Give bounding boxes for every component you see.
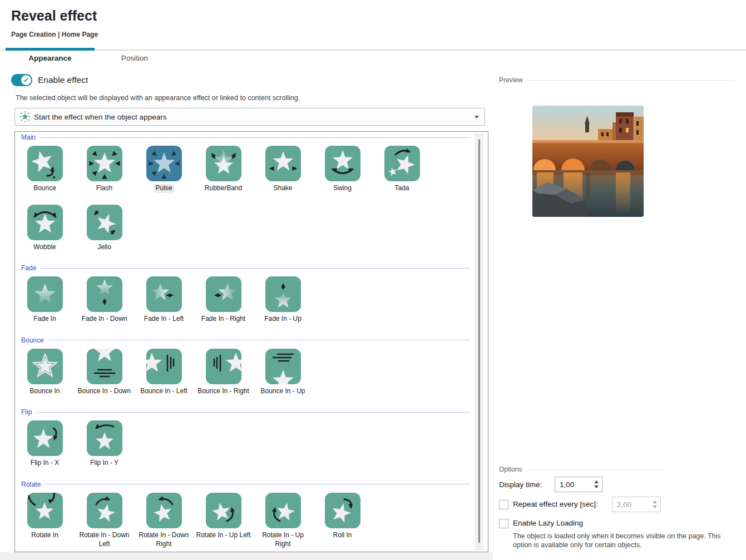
display-time-spinner[interactable]: 1,00 <box>555 477 602 492</box>
display-time-value: 1,00 <box>555 480 591 489</box>
lazy-loading-label: Enable Lazy Loading <box>513 519 583 527</box>
repeat-effect-checkbox[interactable] <box>499 500 508 509</box>
effect-trigger-value: Start the effect when the object appears <box>34 113 475 121</box>
intro-text: The selected object will be displayed wi… <box>16 94 300 102</box>
spinner-arrows-icon[interactable] <box>591 480 602 488</box>
effect-fade-in-up[interactable]: Fade In - Up <box>253 275 313 324</box>
effect-label: Fade In - Up <box>263 315 303 324</box>
fade-in-left-effect-icon <box>146 276 182 312</box>
effect-label: Fade In - Down <box>80 315 129 324</box>
group-items: Fade InFade In - DownFade In - LeftFade … <box>15 275 443 334</box>
preview-section-line <box>526 80 735 81</box>
rotate-in-up-left-effect-icon <box>206 493 241 528</box>
effect-label: Fade In <box>32 315 58 324</box>
display-time-label: Display time: <box>499 480 542 489</box>
effects-list-panel: MainBounceFlashPulseRubberBandShakeSwing… <box>14 131 488 552</box>
effect-pulse[interactable]: Pulse <box>134 144 194 193</box>
effect-bounce-in-up[interactable]: Bounce In - Up <box>253 347 313 396</box>
effect-group-main: MainBounceFlashPulseRubberBandShakeSwing… <box>15 133 488 261</box>
repeat-effect-label: Repeat effect every [sec]: <box>513 500 598 508</box>
flip-in-x-effect-icon <box>27 420 63 456</box>
effect-group-flip: FlipFlip In - XFlip In - Y <box>15 408 488 478</box>
effect-flash[interactable]: Flash <box>75 144 134 193</box>
active-tab-indicator <box>6 48 95 51</box>
effect-label: Bounce In <box>28 387 61 396</box>
bounce-in-left-effect-icon <box>146 349 182 384</box>
group-name: Flip <box>21 408 32 416</box>
enable-effect-toggle[interactable]: ✓ <box>11 74 32 86</box>
dialog-bottom-strip <box>0 552 493 560</box>
effect-bounce[interactable]: Bounce <box>15 144 75 193</box>
effect-fade-in-right[interactable]: Fade In - Right <box>194 275 253 324</box>
options-section-line <box>527 469 665 470</box>
reveal-effect-dialog: Reveal effect Page Creation | Home Page … <box>0 0 746 560</box>
lazy-loading-checkbox[interactable] <box>499 519 508 528</box>
effect-label: Rotate In - Up Left <box>194 531 252 540</box>
scrollbar-thumb[interactable] <box>478 140 480 543</box>
bounce-in-up-effect-icon <box>265 349 301 384</box>
effect-rotate-in-up-right[interactable]: Rotate In - Up Right <box>253 491 313 548</box>
group-header: Main <box>21 133 470 142</box>
group-name: Rotate <box>21 480 41 488</box>
options-section-label: Options <box>499 465 522 473</box>
page-title: Reveal effect <box>11 8 97 24</box>
group-items: Flip In - XFlip In - Y <box>15 419 443 478</box>
effect-rubberband[interactable]: RubberBand <box>194 144 253 193</box>
effect-label: Flash <box>95 184 114 193</box>
effect-wobble[interactable]: Wobble <box>15 203 75 252</box>
effect-rotate-in-down-right[interactable]: Rotate In - Down Right <box>134 491 194 548</box>
effect-bounce-in-down[interactable]: Bounce In - Down <box>75 347 134 396</box>
group-divider-line <box>40 268 470 269</box>
effect-label: Tada <box>393 184 411 193</box>
tab-position[interactable]: Position <box>121 54 148 62</box>
effect-label: Rotate In - Down Left <box>75 531 134 548</box>
effect-label: Bounce In - Right <box>196 387 251 396</box>
effect-fade-in[interactable]: Fade In <box>15 275 75 324</box>
wobble-effect-icon <box>27 205 63 240</box>
effect-label: Rotate In - Down Right <box>134 531 194 548</box>
rotate-in-down-left-effect-icon <box>87 493 122 528</box>
effect-bounce-in-right[interactable]: Bounce In - Right <box>194 347 253 396</box>
vertical-scrollbar[interactable] <box>475 133 483 551</box>
spinner-arrows-icon <box>649 500 660 508</box>
effect-label: Flip In - Y <box>88 459 120 468</box>
group-divider-line <box>36 412 470 413</box>
effect-label: RubberBand <box>203 184 244 193</box>
effect-roll-in[interactable]: Roll In <box>313 491 372 548</box>
effect-swing[interactable]: Swing <box>313 144 372 193</box>
effect-rotate-in-up-left[interactable]: Rotate In - Up Left <box>194 491 253 548</box>
tab-appearance[interactable]: Appearance <box>6 54 95 62</box>
effect-bounce-in[interactable]: Bounce In <box>15 347 75 396</box>
effect-tada[interactable]: Tada <box>372 144 432 193</box>
enable-effect-label: Enable effect <box>38 75 88 85</box>
effect-label: Bounce <box>32 184 58 193</box>
effect-groups: MainBounceFlashPulseRubberBandShakeSwing… <box>15 133 488 552</box>
effect-flip-in-x[interactable]: Flip In - X <box>15 419 75 468</box>
flash-effect-icon <box>87 146 122 181</box>
group-name: Main <box>21 133 36 141</box>
effect-fade-in-down[interactable]: Fade In - Down <box>75 275 134 324</box>
effect-fade-in-left[interactable]: Fade In - Left <box>134 275 194 324</box>
effect-start-star-icon <box>19 111 31 123</box>
tabbar-divider <box>0 49 746 51</box>
roll-in-effect-icon <box>325 493 360 528</box>
effect-label: Shake <box>271 184 294 193</box>
effect-label: Rotate In <box>29 531 60 540</box>
effect-rotate-in-down-left[interactable]: Rotate In - Down Left <box>75 491 134 548</box>
fade-in-effect-icon <box>27 276 63 312</box>
effect-bounce-in-left[interactable]: Bounce In - Left <box>134 347 194 396</box>
effect-label: Bounce In - Up <box>259 387 307 396</box>
effect-trigger-dropdown[interactable]: Start the effect when the object appears <box>14 108 485 126</box>
effect-label: Wobble <box>32 243 57 252</box>
effect-group-fade: FadeFade InFade In - DownFade In - LeftF… <box>15 264 488 334</box>
effect-shake[interactable]: Shake <box>253 144 313 193</box>
effect-group-bounce: BounceBounce InBounce In - DownBounce In… <box>15 336 488 406</box>
fade-in-down-effect-icon <box>87 276 122 312</box>
tabbar: AppearancePosition <box>6 54 148 62</box>
rotate-in-up-right-effect-icon <box>265 493 301 528</box>
group-divider-line <box>48 340 470 340</box>
effect-flip-in-y[interactable]: Flip In - Y <box>75 419 134 468</box>
effect-rotate-in[interactable]: Rotate In <box>15 491 75 548</box>
tada-effect-icon <box>384 146 420 181</box>
effect-jello[interactable]: Jello <box>75 203 134 252</box>
